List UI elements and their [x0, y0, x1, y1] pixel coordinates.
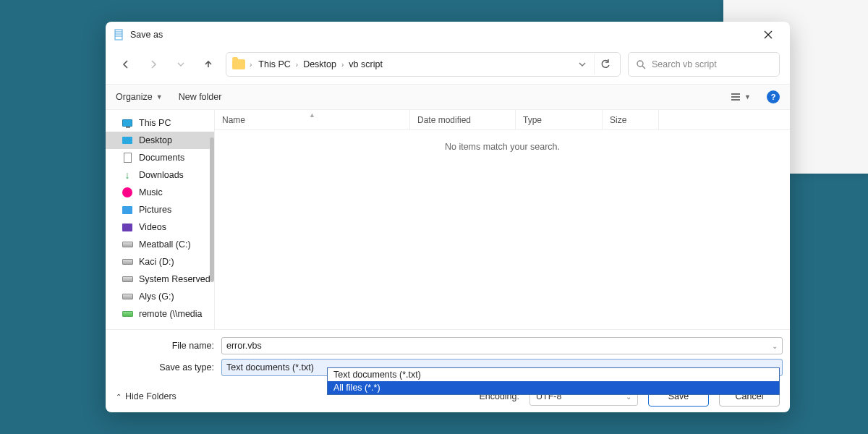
sidebar-item-label: System Reserved — [139, 274, 210, 284]
col-name[interactable]: Name▲ — [215, 110, 410, 129]
back-button[interactable] — [116, 54, 136, 75]
chevron-right-icon: › — [250, 61, 252, 69]
down-icon: ↓ — [122, 169, 133, 181]
crumb-desktop[interactable]: Desktop — [301, 58, 339, 71]
filename-input[interactable]: error.vbs ⌄ — [221, 337, 783, 354]
window-title: Save as — [130, 30, 163, 40]
drive-icon — [122, 273, 133, 285]
chevron-down-icon: ▼ — [156, 93, 163, 101]
sidebar-item-alys-g-[interactable]: Alys (G:) — [106, 288, 214, 305]
search-input[interactable]: Search vb script — [628, 52, 780, 77]
sidebar-item-label: Downloads — [139, 170, 184, 180]
search-icon — [636, 59, 646, 69]
help-button[interactable]: ? — [767, 90, 780, 103]
svg-rect-0 — [115, 30, 122, 40]
monitor-icon — [122, 117, 133, 129]
filename-label: File name: — [113, 341, 221, 351]
col-size[interactable]: Size — [603, 110, 659, 129]
notepad-icon — [113, 29, 124, 41]
drive-icon — [122, 239, 133, 250]
sidebar-item-label: Kaci (D:) — [139, 257, 174, 267]
sidebar: This PCDesktopDocuments↓DownloadsMusicPi… — [106, 110, 214, 329]
save-type-label: Save as type: — [113, 362, 221, 373]
type-option-all[interactable]: All files (*.*) — [328, 381, 779, 394]
drive-icon — [122, 291, 133, 302]
crumb-folder[interactable]: vb script — [346, 58, 385, 71]
chevron-down-icon[interactable]: ⌄ — [772, 342, 778, 350]
sort-asc-icon: ▲ — [309, 111, 315, 119]
file-pane: Name▲ Date modified Type Size No items m… — [214, 110, 790, 329]
crumb-thispc[interactable]: This PC — [256, 58, 292, 71]
col-type[interactable]: Type — [516, 110, 603, 129]
chevron-right-icon: › — [341, 61, 344, 69]
blue-icon — [122, 135, 133, 146]
sidebar-item-label: Alys (G:) — [139, 292, 174, 302]
sidebar-item-label: Meatball (C:) — [139, 239, 191, 250]
address-bar[interactable]: › This PC › Desktop › vb script — [226, 52, 621, 77]
sidebar-item-kaci-d-[interactable]: Kaci (D:) — [106, 253, 214, 271]
empty-message: No items match your search. — [215, 130, 790, 163]
sidebar-item-music[interactable]: Music — [106, 184, 214, 201]
refresh-button[interactable] — [594, 54, 616, 75]
chevron-right-icon: › — [296, 61, 298, 69]
hide-folders-button[interactable]: ⌃ Hide Folders — [116, 391, 176, 401]
sidebar-item-downloads[interactable]: ↓Downloads — [106, 166, 214, 184]
drive-icon — [122, 256, 133, 268]
body: This PCDesktopDocuments↓DownloadsMusicPi… — [106, 110, 790, 329]
pic-icon — [122, 204, 133, 216]
recent-chevron-icon[interactable] — [171, 54, 191, 75]
save-as-dialog: Save as › This PC › Desktop › vb script — [106, 22, 790, 412]
type-option-txt[interactable]: Text documents (*.txt) — [328, 368, 779, 381]
view-menu[interactable]: ▼ — [731, 93, 751, 101]
chevron-up-icon: ⌃ — [116, 393, 122, 401]
sidebar-item-label: Music — [139, 187, 163, 197]
net-icon — [122, 308, 133, 320]
scrollbar-thumb[interactable] — [210, 137, 214, 282]
organize-menu[interactable]: Organize ▼ — [116, 92, 163, 102]
nav-row: › This PC › Desktop › vb script Search v… — [106, 48, 790, 84]
up-button[interactable] — [198, 54, 218, 75]
new-folder-button[interactable]: New folder — [179, 92, 222, 102]
forward-button[interactable] — [143, 54, 163, 75]
chevron-down-icon: ▼ — [744, 93, 751, 101]
sidebar-item-label: remote (\\media — [139, 309, 203, 319]
col-date[interactable]: Date modified — [410, 110, 516, 129]
toolbar: Organize ▼ New folder ▼ ? — [106, 84, 790, 110]
column-headers: Name▲ Date modified Type Size — [215, 110, 790, 130]
save-type-dropdown: Text documents (*.txt) All files (*.*) — [327, 367, 780, 395]
vid-icon — [122, 221, 133, 233]
sidebar-item-remote-media[interactable]: remote (\\media — [106, 305, 214, 323]
list-icon — [731, 93, 741, 101]
sidebar-item-label: Documents — [139, 153, 184, 163]
sidebar-item-label: Videos — [139, 222, 166, 232]
titlebar: Save as — [106, 22, 790, 48]
doc-icon — [122, 152, 133, 163]
sidebar-item-label: Pictures — [139, 205, 171, 215]
search-placeholder: Search vb script — [652, 59, 717, 69]
folder-icon — [232, 59, 245, 69]
svg-point-6 — [637, 61, 643, 67]
sidebar-item-videos[interactable]: Videos — [106, 218, 214, 236]
sidebar-item-label: This PC — [139, 118, 171, 128]
chevron-down-icon[interactable] — [578, 60, 587, 69]
sidebar-item-meatball-c-[interactable]: Meatball (C:) — [106, 236, 214, 253]
sidebar-item-desktop[interactable]: Desktop — [106, 132, 214, 149]
svg-line-7 — [642, 66, 645, 69]
sidebar-item-pictures[interactable]: Pictures — [106, 201, 214, 218]
sidebar-item-documents[interactable]: Documents — [106, 149, 214, 166]
music-icon — [122, 187, 133, 198]
sidebar-item-label: Desktop — [139, 135, 172, 145]
sidebar-item-system-reserved[interactable]: System Reserved — [106, 271, 214, 288]
sidebar-item-this-pc[interactable]: This PC — [106, 114, 214, 132]
close-button[interactable] — [754, 24, 783, 46]
breadcrumb: This PC › Desktop › vb script — [256, 58, 385, 71]
